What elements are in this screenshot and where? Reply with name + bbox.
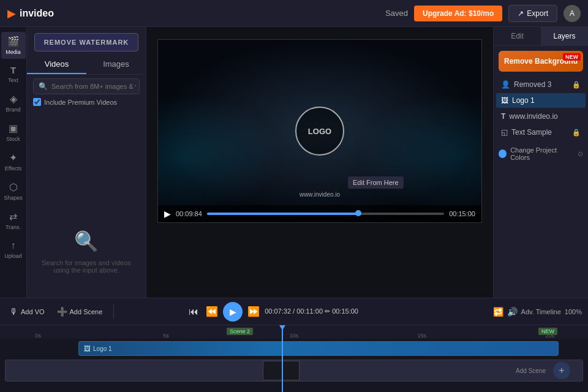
- tab-edit[interactable]: Edit: [494, 27, 541, 45]
- progress-thumb: [355, 210, 361, 216]
- play-pause-button[interactable]: ▶: [223, 302, 243, 322]
- sidebar-item-upload[interactable]: ↑ Upload: [1, 236, 26, 263]
- layer-image-icon: 🖼: [501, 96, 508, 105]
- search-icon: 🔍: [39, 82, 48, 91]
- volume-icon: 🔊: [507, 307, 518, 317]
- ruler-10s: 10s: [262, 333, 326, 339]
- change-project-colors[interactable]: Change Project Colors ⊙: [494, 143, 588, 165]
- layer-logo1[interactable]: 🖼 Logo 1: [496, 93, 586, 108]
- time-display: 00:07:32 / 00:11:00 ✏ 00:15:00: [265, 307, 358, 315]
- layer-person-icon: 👤: [501, 80, 510, 89]
- empty-icon: 🔍: [74, 230, 99, 253]
- sidebar-item-text[interactable]: T Text: [1, 61, 26, 87]
- play-button[interactable]: ▶: [164, 209, 171, 219]
- add-scene-circle[interactable]: +: [553, 362, 570, 379]
- app-logo: ▶ invideo: [7, 7, 54, 20]
- ruler-marks: 0s 5s 10s 15s 20s: [0, 325, 588, 339]
- color-swatch: [499, 149, 507, 158]
- video-controls: ▶ 00:09:84 00:15:00: [158, 205, 481, 222]
- add-scene-icon: ➕: [57, 307, 67, 317]
- timeline: 0s 5s 10s 15s 20s Scene 2 NEW 🖼 Logo 1: [0, 325, 588, 392]
- shapes-icon: ⬡: [9, 181, 18, 193]
- sidebar-item-transitions[interactable]: ⇄ Trans.: [1, 207, 26, 234]
- scene-badge: Scene 2: [227, 328, 253, 335]
- layer-removed3[interactable]: 👤 Removed 3 🔒: [496, 77, 586, 92]
- upgrade-button[interactable]: Upgrade Ad: $10/mo: [414, 6, 502, 21]
- sidebar-item-brand[interactable]: ◈ Brand: [1, 89, 26, 116]
- export-button[interactable]: ↗ Export: [508, 5, 557, 22]
- transitions-icon: ⇄: [9, 211, 17, 222]
- bottom-area: 🎙 Add VO ➕ Add Scene ⏮ ⏪ ▶ ⏩ 00:07:32 / …: [0, 298, 588, 392]
- toolbar: 🎙 Add VO ➕ Add Scene ⏮ ⏪ ▶ ⏩ 00:07:32 / …: [0, 298, 588, 325]
- premium-checkbox[interactable]: [33, 98, 41, 106]
- timeline-ruler: 0s 5s 10s 15s 20s: [0, 325, 588, 339]
- media-icon: 🎬: [7, 36, 20, 47]
- sidebar-item-effects[interactable]: ✦ Effects: [1, 148, 26, 175]
- topbar-right: Saved Upgrade Ad: $10/mo ↗ Export A: [385, 5, 581, 22]
- adv-timeline-button[interactable]: Adv. Timeline: [521, 308, 561, 315]
- tab-videos[interactable]: Videos: [27, 55, 86, 74]
- video-player[interactable]: LOGO www.invideo.io ▶ 00:09:84 00:15:00 …: [157, 39, 482, 223]
- layer-url-text[interactable]: T www.invideo.io: [496, 109, 586, 124]
- right-glow: [359, 94, 481, 217]
- track-logo-label: Logo 1: [93, 345, 112, 352]
- search-input[interactable]: [51, 83, 136, 90]
- track-video-thumb: [263, 361, 300, 380]
- layer-text-sample[interactable]: ◱ Text Sample 🔒: [496, 125, 586, 140]
- new-badge: NEW: [563, 53, 581, 61]
- toolbar-sep1: [113, 304, 114, 319]
- ruler-15s: 15s: [390, 333, 454, 339]
- layer-lock2-icon: 🔒: [572, 129, 581, 137]
- tab-images[interactable]: Images: [86, 55, 146, 74]
- brand-icon: ◈: [10, 93, 17, 105]
- timeline-playhead[interactable]: [282, 325, 283, 392]
- effects-icon: ✦: [9, 152, 17, 164]
- video-background: LOGO www.invideo.io: [158, 40, 481, 222]
- ruler-0s: 0s: [6, 333, 70, 339]
- current-time: 00:09:84: [176, 210, 202, 217]
- step-back-button[interactable]: ⏪: [203, 303, 221, 320]
- track-video[interactable]: + Add Scene: [5, 360, 583, 382]
- add-scene-label: Add Scene: [516, 368, 546, 374]
- remove-background-button[interactable]: Remove Background NEW: [499, 51, 583, 72]
- logo-icon: ▶: [7, 7, 16, 20]
- stock-icon: ▣: [9, 123, 18, 134]
- loop-icon: 🔁: [493, 307, 503, 317]
- toolbar-right: 🔁 🔊 Adv. Timeline 100%: [493, 307, 582, 317]
- timeline-tracks: 🖼 Logo 1 + Add Scene: [0, 339, 588, 384]
- layer-lock-icon: 🔒: [572, 81, 581, 89]
- track-logo-icon: 🖼: [84, 345, 91, 352]
- export-icon: ↗: [518, 9, 524, 18]
- toolbar-playback: ⏮ ⏪ ▶ ⏩ 00:07:32 / 00:11:00 ✏ 00:15:00: [186, 302, 358, 322]
- progress-fill: [207, 213, 361, 215]
- ruler-5s: 5s: [134, 333, 198, 339]
- zoom-display: 100%: [565, 308, 582, 315]
- track-logo[interactable]: 🖼 Logo 1: [78, 341, 559, 356]
- add-scene-button[interactable]: ➕ Add Scene: [53, 304, 107, 319]
- layer-shape-icon: ◱: [501, 128, 508, 137]
- sidebar-item-media[interactable]: 🎬 Media: [1, 32, 26, 59]
- media-tabs: Videos Images: [27, 55, 146, 75]
- tab-layers[interactable]: Layers: [541, 27, 588, 45]
- search-box: 🔍: [33, 78, 140, 94]
- layer-text-icon: T: [501, 112, 505, 121]
- progress-bar[interactable]: [207, 213, 444, 215]
- step-forward-button[interactable]: ⏩: [245, 303, 262, 320]
- sidebar-item-shapes[interactable]: ⬡ Shapes: [1, 178, 26, 205]
- timeline-new-badge: NEW: [538, 328, 557, 335]
- upload-icon: ↑: [11, 240, 16, 251]
- change-colors-chevron: ⊙: [578, 150, 583, 158]
- sidebar-item-stock[interactable]: ▣ Stock: [1, 119, 26, 146]
- premium-check: Include Premium Videos: [33, 98, 140, 106]
- skip-back-button[interactable]: ⏮: [186, 304, 201, 320]
- add-vo-button[interactable]: 🎙 Add VO: [6, 304, 48, 319]
- video-url: www.invideo.io: [300, 191, 340, 198]
- text-icon: T: [10, 65, 16, 75]
- avatar[interactable]: A: [564, 5, 581, 22]
- total-time: 00:15:00: [449, 210, 475, 217]
- left-glow: [158, 94, 281, 217]
- topbar: ▶ invideo Saved Upgrade Ad: $10/mo ↗ Exp…: [0, 0, 588, 27]
- logo-overlay: LOGO: [295, 107, 344, 156]
- remove-watermark-button[interactable]: REMOVE WATERMARK: [34, 33, 138, 51]
- right-tabs: Edit Layers: [494, 27, 588, 46]
